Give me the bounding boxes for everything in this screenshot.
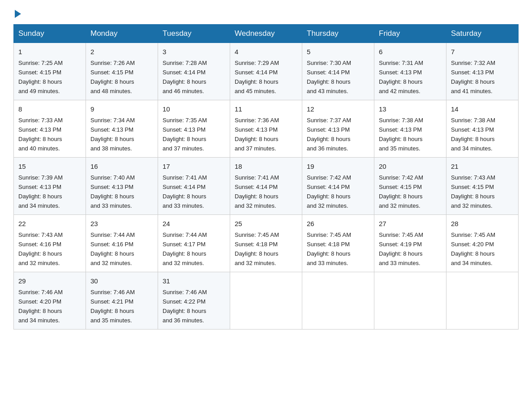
calendar-cell: 8Sunrise: 7:33 AMSunset: 4:13 PMDaylight…: [14, 100, 86, 157]
day-info: Sunrise: 7:46 AMSunset: 4:21 PMDaylight:…: [90, 289, 135, 324]
calendar-cell: 15Sunrise: 7:39 AMSunset: 4:13 PMDayligh…: [14, 157, 86, 214]
day-info: Sunrise: 7:40 AMSunset: 4:13 PMDaylight:…: [90, 174, 135, 209]
day-info: Sunrise: 7:32 AMSunset: 4:13 PMDaylight:…: [451, 60, 495, 94]
day-number: 28: [451, 218, 514, 229]
day-number: 15: [18, 161, 81, 171]
calendar-header-row: SundayMondayTuesdayWednesdayThursdayFrid…: [14, 25, 519, 43]
day-info: Sunrise: 7:46 AMSunset: 4:20 PMDaylight:…: [18, 289, 63, 324]
header-sunday: Sunday: [14, 25, 86, 43]
day-info: Sunrise: 7:33 AMSunset: 4:13 PMDaylight:…: [18, 117, 63, 152]
header-friday: Friday: [374, 25, 446, 43]
day-info: Sunrise: 7:46 AMSunset: 4:22 PMDaylight:…: [163, 289, 207, 324]
day-number: 30: [90, 276, 153, 286]
calendar-week-row: 22Sunrise: 7:43 AMSunset: 4:16 PMDayligh…: [14, 214, 519, 272]
day-info: Sunrise: 7:30 AMSunset: 4:14 PMDaylight:…: [307, 60, 351, 94]
header-tuesday: Tuesday: [158, 25, 230, 43]
day-info: Sunrise: 7:41 AMSunset: 4:14 PMDaylight:…: [163, 174, 207, 209]
logo: [13, 9, 21, 16]
calendar-cell: 24Sunrise: 7:44 AMSunset: 4:17 PMDayligh…: [158, 214, 230, 272]
calendar-cell: [230, 272, 302, 329]
day-number: 21: [451, 161, 514, 171]
calendar-cell: 16Sunrise: 7:40 AMSunset: 4:13 PMDayligh…: [86, 157, 158, 214]
calendar-cell: 18Sunrise: 7:41 AMSunset: 4:14 PMDayligh…: [230, 157, 302, 214]
calendar-week-row: 8Sunrise: 7:33 AMSunset: 4:13 PMDaylight…: [14, 100, 519, 157]
day-info: Sunrise: 7:38 AMSunset: 4:13 PMDaylight:…: [451, 117, 495, 152]
day-number: 1: [18, 47, 81, 57]
calendar-cell: 2Sunrise: 7:26 AMSunset: 4:15 PMDaylight…: [86, 43, 158, 100]
calendar-cell: 9Sunrise: 7:34 AMSunset: 4:13 PMDaylight…: [86, 100, 158, 157]
calendar-cell: 4Sunrise: 7:29 AMSunset: 4:14 PMDaylight…: [230, 43, 302, 100]
calendar-cell: [446, 272, 519, 329]
calendar-cell: 19Sunrise: 7:42 AMSunset: 4:14 PMDayligh…: [302, 157, 374, 214]
day-info: Sunrise: 7:36 AMSunset: 4:13 PMDaylight:…: [235, 117, 279, 152]
day-number: 12: [307, 104, 369, 114]
calendar-cell: 21Sunrise: 7:43 AMSunset: 4:15 PMDayligh…: [446, 157, 519, 214]
day-info: Sunrise: 7:45 AMSunset: 4:19 PMDaylight:…: [379, 231, 423, 266]
day-number: 13: [379, 104, 442, 114]
calendar-week-row: 15Sunrise: 7:39 AMSunset: 4:13 PMDayligh…: [14, 157, 519, 214]
day-info: Sunrise: 7:26 AMSunset: 4:15 PMDaylight:…: [90, 60, 135, 94]
calendar-week-row: 1Sunrise: 7:25 AMSunset: 4:15 PMDaylight…: [14, 43, 519, 100]
day-info: Sunrise: 7:42 AMSunset: 4:15 PMDaylight:…: [379, 174, 423, 209]
day-number: 22: [18, 218, 81, 229]
header-monday: Monday: [86, 25, 158, 43]
day-number: 26: [307, 218, 369, 229]
day-number: 5: [307, 47, 369, 57]
calendar-cell: 13Sunrise: 7:38 AMSunset: 4:13 PMDayligh…: [374, 100, 446, 157]
day-number: 29: [18, 276, 81, 286]
calendar-cell: 6Sunrise: 7:31 AMSunset: 4:13 PMDaylight…: [374, 43, 446, 100]
calendar-cell: 17Sunrise: 7:41 AMSunset: 4:14 PMDayligh…: [158, 157, 230, 214]
day-info: Sunrise: 7:38 AMSunset: 4:13 PMDaylight:…: [379, 117, 423, 152]
calendar-cell: 3Sunrise: 7:28 AMSunset: 4:14 PMDaylight…: [158, 43, 230, 100]
calendar-cell: 30Sunrise: 7:46 AMSunset: 4:21 PMDayligh…: [86, 272, 158, 329]
day-number: 9: [90, 104, 153, 114]
header-thursday: Thursday: [302, 25, 374, 43]
calendar-cell: 10Sunrise: 7:35 AMSunset: 4:13 PMDayligh…: [158, 100, 230, 157]
day-info: Sunrise: 7:37 AMSunset: 4:13 PMDaylight:…: [307, 117, 351, 152]
calendar-cell: 26Sunrise: 7:45 AMSunset: 4:18 PMDayligh…: [302, 214, 374, 272]
calendar-cell: 7Sunrise: 7:32 AMSunset: 4:13 PMDaylight…: [446, 43, 519, 100]
calendar-cell: 27Sunrise: 7:45 AMSunset: 4:19 PMDayligh…: [374, 214, 446, 272]
day-info: Sunrise: 7:25 AMSunset: 4:15 PMDaylight:…: [18, 60, 63, 94]
calendar-cell: [302, 272, 374, 329]
calendar-cell: 11Sunrise: 7:36 AMSunset: 4:13 PMDayligh…: [230, 100, 302, 157]
calendar-cell: 28Sunrise: 7:45 AMSunset: 4:20 PMDayligh…: [446, 214, 519, 272]
day-info: Sunrise: 7:35 AMSunset: 4:13 PMDaylight:…: [163, 117, 207, 152]
calendar-cell: 20Sunrise: 7:42 AMSunset: 4:15 PMDayligh…: [374, 157, 446, 214]
day-number: 11: [235, 104, 297, 114]
day-number: 10: [163, 104, 225, 114]
day-number: 18: [235, 161, 297, 171]
day-info: Sunrise: 7:45 AMSunset: 4:18 PMDaylight:…: [235, 231, 279, 266]
day-number: 8: [18, 104, 81, 114]
day-info: Sunrise: 7:43 AMSunset: 4:16 PMDaylight:…: [18, 231, 63, 266]
day-info: Sunrise: 7:43 AMSunset: 4:15 PMDaylight:…: [451, 174, 495, 209]
day-info: Sunrise: 7:42 AMSunset: 4:14 PMDaylight:…: [307, 174, 351, 209]
day-info: Sunrise: 7:41 AMSunset: 4:14 PMDaylight:…: [235, 174, 279, 209]
calendar-week-row: 29Sunrise: 7:46 AMSunset: 4:20 PMDayligh…: [14, 272, 519, 329]
day-info: Sunrise: 7:44 AMSunset: 4:17 PMDaylight:…: [163, 231, 207, 266]
day-info: Sunrise: 7:28 AMSunset: 4:14 PMDaylight:…: [163, 60, 207, 94]
calendar-cell: 31Sunrise: 7:46 AMSunset: 4:22 PMDayligh…: [158, 272, 230, 329]
day-number: 17: [163, 161, 225, 171]
logo-arrow-icon: [15, 10, 21, 18]
day-number: 2: [90, 47, 153, 57]
day-number: 16: [90, 161, 153, 171]
day-number: 4: [235, 47, 297, 57]
calendar-cell: [374, 272, 446, 329]
day-number: 19: [307, 161, 369, 171]
calendar-cell: 23Sunrise: 7:44 AMSunset: 4:16 PMDayligh…: [86, 214, 158, 272]
calendar-cell: 12Sunrise: 7:37 AMSunset: 4:13 PMDayligh…: [302, 100, 374, 157]
day-number: 31: [163, 276, 225, 286]
day-info: Sunrise: 7:39 AMSunset: 4:13 PMDaylight:…: [18, 174, 63, 209]
day-number: 14: [451, 104, 514, 114]
day-info: Sunrise: 7:45 AMSunset: 4:18 PMDaylight:…: [307, 231, 351, 266]
header-saturday: Saturday: [446, 25, 519, 43]
calendar-table: SundayMondayTuesdayWednesdayThursdayFrid…: [13, 24, 519, 330]
day-info: Sunrise: 7:31 AMSunset: 4:13 PMDaylight:…: [379, 60, 423, 94]
day-number: 23: [90, 218, 153, 229]
day-info: Sunrise: 7:34 AMSunset: 4:13 PMDaylight:…: [90, 117, 135, 152]
calendar-cell: 22Sunrise: 7:43 AMSunset: 4:16 PMDayligh…: [14, 214, 86, 272]
day-number: 3: [163, 47, 225, 57]
day-info: Sunrise: 7:29 AMSunset: 4:14 PMDaylight:…: [235, 60, 279, 94]
day-number: 25: [235, 218, 297, 229]
